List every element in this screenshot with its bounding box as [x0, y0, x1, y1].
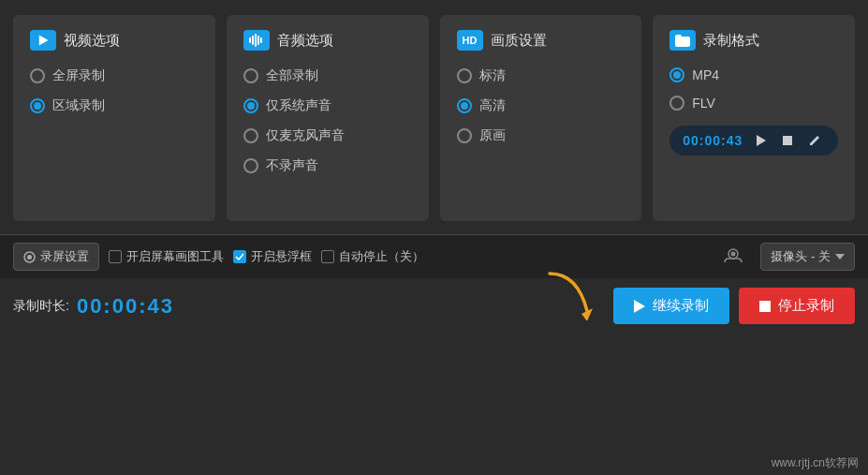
quality-card: HD 画质设置 标清 高清 原画: [440, 15, 642, 221]
radio-region-dot: [34, 102, 41, 110]
float-checkbox[interactable]: 开启悬浮框: [233, 248, 312, 265]
timer-edit-btn[interactable]: [804, 131, 823, 150]
radio-mp4-dot: [673, 71, 681, 79]
autostop-checkbox[interactable]: 自动停止（关）: [321, 248, 424, 265]
radio-flv[interactable]: [669, 96, 684, 111]
audio-option-all[interactable]: 全部录制: [243, 67, 412, 84]
radio-no-audio[interactable]: [243, 158, 258, 173]
stop-recording-btn[interactable]: 停止录制: [739, 288, 855, 324]
timer-play-btn[interactable]: [752, 131, 771, 150]
timer-controls: [752, 131, 823, 150]
quality-option-sd[interactable]: 标清: [457, 67, 625, 84]
arrow-indicator: [540, 269, 596, 324]
camera-label: 摄像头 - 关: [771, 248, 831, 265]
format-options: MP4 FLV: [669, 67, 838, 111]
folder-icon: [669, 30, 696, 51]
radio-all-audio[interactable]: [243, 68, 258, 83]
svg-rect-5: [260, 37, 262, 43]
svg-rect-1: [249, 37, 251, 43]
action-row: 录制时长: 00:00:43 继续录制 停止录制: [0, 278, 868, 334]
screenshot-tool-label: 开启屏幕画图工具: [126, 248, 224, 265]
audio-card-title: 音频选项: [277, 32, 333, 50]
svg-rect-7: [783, 136, 792, 145]
screenshot-tool-checkbox[interactable]: 开启屏幕画图工具: [109, 248, 224, 265]
autostop-checkbox-box[interactable]: [321, 250, 334, 263]
format-option-flv[interactable]: FLV: [669, 96, 838, 111]
audio-option-system[interactable]: 仅系统声音: [243, 97, 412, 114]
quality-option-hd[interactable]: 高清: [457, 97, 625, 114]
format-card-header: 录制格式: [669, 30, 838, 51]
hd-icon: HD: [457, 30, 483, 51]
video-option-fullscreen[interactable]: 全屏录制: [30, 67, 199, 84]
webcam-icon: [723, 246, 743, 267]
radio-hd-dot: [461, 102, 468, 110]
format-card-title: 录制格式: [703, 32, 759, 50]
radio-hd[interactable]: [457, 98, 472, 113]
screenshot-checkbox-box[interactable]: [109, 250, 122, 263]
timer-pill: 00:00:43: [669, 126, 838, 156]
radio-region[interactable]: [30, 98, 45, 113]
float-checkbox-box[interactable]: [233, 250, 246, 263]
radio-system-audio[interactable]: [243, 98, 258, 113]
timer-display: 00:00:43: [683, 133, 743, 148]
autostop-label: 自动停止（关）: [339, 248, 424, 265]
video-options: 全屏录制 区域录制: [30, 67, 199, 114]
radio-original[interactable]: [457, 128, 472, 143]
format-option-mp4[interactable]: MP4: [669, 67, 838, 82]
audio-options: 全部录制 仅系统声音 仅麦克风声音 不录声音: [243, 67, 412, 174]
svg-marker-6: [757, 135, 766, 146]
continue-recording-btn[interactable]: 继续录制: [613, 288, 729, 324]
svg-rect-15: [759, 301, 771, 312]
video-card: 视频选项 全屏录制 区域录制: [13, 15, 215, 221]
quality-options: 标清 高清 原画: [457, 67, 625, 144]
screen-settings-label: 录屏设置: [40, 248, 89, 265]
camera-btn[interactable]: 摄像头 - 关: [760, 243, 855, 271]
radio-fullscreen[interactable]: [30, 68, 45, 83]
video-card-header: 视频选项: [30, 30, 199, 51]
audio-option-mic[interactable]: 仅麦克风声音: [243, 127, 412, 144]
float-label: 开启悬浮框: [251, 248, 312, 265]
duration-time: 00:00:43: [77, 294, 174, 319]
svg-rect-2: [252, 36, 254, 45]
play-icon: [30, 30, 56, 51]
watermark: www.rjtj.cn软荐网: [772, 455, 859, 471]
continue-btn-label: 继续录制: [653, 297, 709, 315]
radio-system-dot: [247, 102, 255, 110]
radio-mp4[interactable]: [669, 67, 684, 82]
svg-rect-3: [255, 34, 257, 47]
video-card-title: 视频选项: [64, 32, 120, 50]
duration-label: 录制时长:: [13, 298, 69, 315]
svg-rect-4: [257, 36, 259, 45]
svg-marker-12: [835, 254, 845, 260]
cards-row: 视频选项 全屏录制 区域录制: [13, 15, 855, 221]
audio-option-none[interactable]: 不录声音: [243, 157, 412, 174]
svg-marker-14: [634, 300, 645, 313]
stop-btn-label: 停止录制: [778, 297, 834, 315]
radio-sd[interactable]: [457, 68, 472, 83]
svg-point-9: [27, 255, 32, 260]
audio-card-header: 音频选项: [243, 30, 412, 51]
audio-icon: [243, 30, 270, 51]
quality-card-header: HD 画质设置: [457, 30, 625, 51]
audio-card: 音频选项 全部录制 仅系统声音 仅麦克风声音: [227, 15, 429, 221]
format-card: 录制格式 MP4 FLV 00:00:43: [653, 15, 855, 221]
svg-marker-0: [39, 35, 49, 45]
video-option-region[interactable]: 区域录制: [30, 97, 199, 114]
radio-mic-audio[interactable]: [243, 128, 258, 143]
quality-card-title: 画质设置: [491, 32, 547, 50]
svg-point-11: [731, 252, 736, 257]
quality-option-original[interactable]: 原画: [457, 127, 625, 144]
timer-stop-btn[interactable]: [778, 131, 797, 150]
toolbar: 录屏设置 开启屏幕画图工具 开启悬浮框 自动停止（关） 摄像头 - 关: [0, 234, 868, 278]
screen-settings-btn[interactable]: 录屏设置: [13, 243, 99, 271]
